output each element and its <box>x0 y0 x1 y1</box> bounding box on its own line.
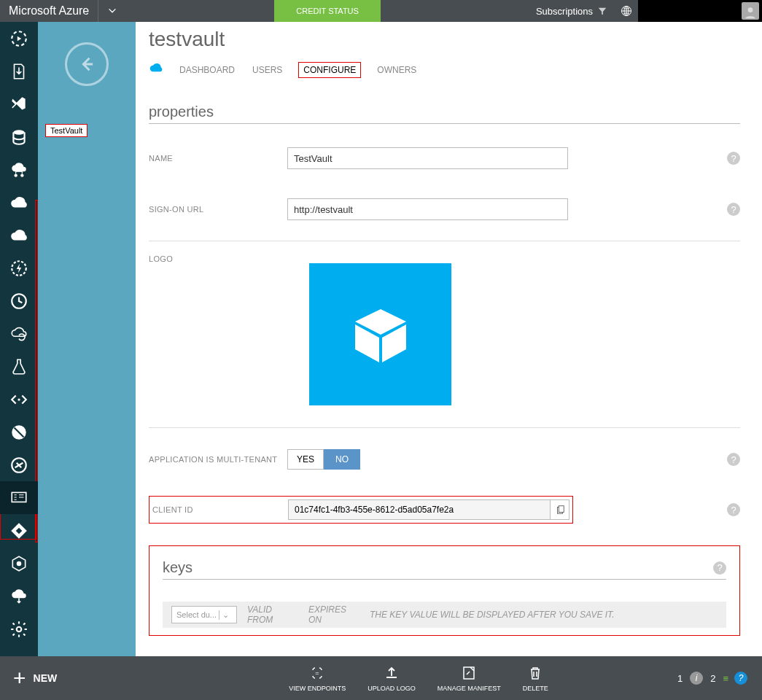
help-multitenant[interactable]: ? <box>727 453 740 466</box>
help-signon[interactable]: ? <box>727 203 740 216</box>
help-name[interactable]: ? <box>727 152 740 165</box>
nav-item-17[interactable] <box>0 547 38 580</box>
nav-item-12[interactable] <box>0 383 38 416</box>
gear-icon <box>9 620 28 639</box>
bottom-right: 1 i 2 ≡ ? <box>677 672 762 685</box>
top-bar: Microsoft Azure CREDIT STATUS Subscripti… <box>0 0 762 22</box>
keys-duration-select[interactable]: Select du... ⌄ <box>171 606 237 623</box>
row-name: NAME ? <box>149 140 740 176</box>
nav-item-2[interactable] <box>0 55 38 88</box>
nav-item-1[interactable] <box>0 22 38 55</box>
new-button[interactable]: + NEW <box>0 656 70 700</box>
new-label: NEW <box>34 672 58 684</box>
back-button[interactable] <box>65 42 109 86</box>
cloud-download-icon <box>9 587 28 606</box>
svg-point-9 <box>18 398 20 400</box>
notif-count-2: 2 <box>710 673 715 684</box>
svg-point-2 <box>748 7 753 12</box>
keys-title: keys ? <box>163 559 726 580</box>
nav-item-13[interactable] <box>0 416 38 448</box>
signon-input[interactable] <box>287 198 568 220</box>
delete-button[interactable]: DELETE <box>523 664 548 692</box>
properties-title: properties <box>149 104 740 124</box>
help-keys[interactable]: ? <box>713 561 726 575</box>
flask-icon <box>9 357 28 376</box>
manifest-label: MANAGE MANIFEST <box>438 685 501 692</box>
nav-item-19[interactable] <box>0 612 38 645</box>
view-endpoints-button[interactable]: = VIEW ENDPOINTS <box>289 664 346 692</box>
notif-count-1: 1 <box>677 673 683 684</box>
tab-configure[interactable]: CONFIGURE <box>298 62 361 78</box>
globe-icon <box>621 5 632 17</box>
nav-rail <box>0 22 38 656</box>
cloud-icon <box>9 193 28 212</box>
properties-section: properties NAME ? SIGN-ON URL ? LOGO <box>149 104 740 524</box>
cloud-refresh-icon[interactable] <box>149 61 163 78</box>
diamond-icon <box>9 521 28 540</box>
brand-dropdown[interactable] <box>98 0 126 22</box>
nav-item-10[interactable] <box>0 317 38 350</box>
nav-item-3[interactable] <box>0 88 38 120</box>
svg-point-5 <box>15 174 18 176</box>
cloud-sync-icon <box>9 324 28 343</box>
nav-item-9[interactable] <box>0 284 38 317</box>
keys-section: keys ? Select du... ⌄ VALID FROM EXPIRES… <box>149 545 740 636</box>
keys-row: Select du... ⌄ VALID FROM EXPIRES ON THE… <box>163 602 726 628</box>
globe-button[interactable] <box>615 0 638 22</box>
database-icon <box>9 128 28 147</box>
cube-icon <box>344 298 417 371</box>
tab-bar: DASHBOARD USERS CONFIGURE OWNERS <box>149 61 740 78</box>
nav-item-4[interactable] <box>0 120 38 153</box>
manage-manifest-button[interactable]: MANAGE MANIFEST <box>438 664 501 692</box>
nav-item-14[interactable] <box>0 448 38 481</box>
hexagon-gear-icon <box>9 554 28 573</box>
tab-owners[interactable]: OWNERS <box>376 62 418 78</box>
visual-studio-icon <box>9 95 28 114</box>
arrow-left-icon <box>77 54 97 74</box>
toggle-no[interactable]: NO <box>324 449 360 470</box>
code-icon <box>9 390 28 409</box>
help-clientid[interactable]: ? <box>727 503 740 516</box>
document-arrow-icon <box>9 62 28 81</box>
toggle-yes[interactable]: YES <box>287 449 324 470</box>
copy-icon <box>555 505 565 515</box>
keys-validfrom: VALID FROM <box>247 604 298 625</box>
user-area[interactable] <box>638 0 762 22</box>
clock-icon <box>9 292 28 311</box>
nav-item-18[interactable] <box>0 580 38 612</box>
nav-item-active-directory[interactable] <box>0 514 38 547</box>
chevron-down-icon: ⌄ <box>219 610 232 620</box>
label-logo: LOGO <box>149 254 287 263</box>
name-input[interactable] <box>287 147 568 169</box>
nav-item-11[interactable] <box>0 350 38 383</box>
svg-point-6 <box>20 174 23 176</box>
nav-item-15[interactable] <box>0 481 38 514</box>
upload-logo-button[interactable]: UPLOAD LOGO <box>368 664 416 692</box>
nav-item-7[interactable] <box>0 219 38 252</box>
funnel-icon <box>597 6 607 16</box>
copy-clientid-button[interactable] <box>551 499 569 520</box>
nav-item-5[interactable] <box>0 153 38 186</box>
keys-select-label: Select du... <box>176 610 217 619</box>
multitenant-toggle: YES NO <box>287 449 360 470</box>
subscriptions-button[interactable]: Subscriptions <box>529 0 615 22</box>
monitor-icon <box>9 489 28 508</box>
info-badge[interactable]: i <box>690 672 703 685</box>
row-clientid: CLIENT ID 01c74fc1-4fb3-455e-8612-d5ad05… <box>149 496 573 524</box>
avatar-icon <box>742 2 759 20</box>
blade-label[interactable]: TestVault <box>45 124 88 137</box>
credit-status-button[interactable]: CREDIT STATUS <box>274 0 381 22</box>
svg-text:=: = <box>316 669 319 677</box>
svg-rect-16 <box>559 506 564 513</box>
status-bars-icon[interactable]: ≡ <box>723 673 727 684</box>
help-badge[interactable]: ? <box>734 672 747 685</box>
svg-point-13 <box>17 561 22 566</box>
nav-item-8[interactable] <box>0 252 38 284</box>
keys-title-text: keys <box>163 559 193 576</box>
nav-item-6[interactable] <box>0 186 38 219</box>
label-name: NAME <box>149 154 287 163</box>
cloud-network-icon <box>9 160 28 179</box>
row-clientid-outer: CLIENT ID 01c74fc1-4fb3-455e-8612-d5ad05… <box>149 496 740 524</box>
tab-dashboard[interactable]: DASHBOARD <box>178 62 236 78</box>
tab-users[interactable]: USERS <box>251 62 284 78</box>
